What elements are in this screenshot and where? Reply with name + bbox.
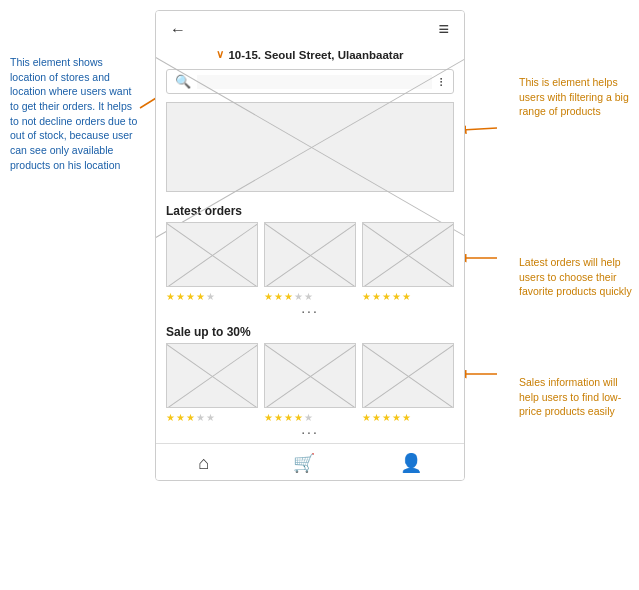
stars-2: ★ ★ ★ ★ ★ bbox=[264, 291, 356, 302]
stars-1: ★ ★ ★ ★ ★ bbox=[166, 291, 258, 302]
annotation-left: This element shows location of stores an… bbox=[10, 55, 140, 173]
annotation-right-bot-text: Sales information will help users to fin… bbox=[519, 376, 621, 417]
sale-dots: ··· bbox=[156, 425, 464, 439]
home-nav-icon[interactable]: ⌂ bbox=[198, 453, 209, 474]
product-card-2[interactable] bbox=[264, 222, 356, 287]
back-button[interactable]: ← bbox=[170, 21, 186, 39]
bottom-nav: ⌂ 🛒 👤 bbox=[156, 443, 464, 480]
location-bar[interactable]: ∨ 10-15. Seoul Street, Ulaanbaatar bbox=[156, 46, 464, 69]
hero-image bbox=[166, 102, 454, 192]
annotation-left-text: This element shows location of stores an… bbox=[10, 56, 137, 171]
latest-orders-stars: ★ ★ ★ ★ ★ ★ ★ ★ ★ ★ ★ ★ ★ ★ ★ bbox=[166, 291, 454, 302]
sale-row bbox=[166, 343, 454, 408]
stars-3: ★ ★ ★ ★ ★ bbox=[362, 291, 454, 302]
hero-image-placeholder bbox=[167, 103, 453, 191]
page-wrapper: This element shows location of stores an… bbox=[0, 0, 639, 590]
sale-stars-3: ★ ★ ★ ★ ★ bbox=[362, 412, 454, 423]
phone-header: ← ≡ bbox=[156, 11, 464, 46]
sale-stars-1: ★ ★ ★ ★ ★ bbox=[166, 412, 258, 423]
location-text: 10-15. Seoul Street, Ulaanbaatar bbox=[228, 49, 403, 61]
sale-card-2[interactable] bbox=[264, 343, 356, 408]
search-input[interactable] bbox=[197, 75, 432, 89]
sale-card-3[interactable] bbox=[362, 343, 454, 408]
product-card-3[interactable] bbox=[362, 222, 454, 287]
menu-button[interactable]: ≡ bbox=[438, 19, 450, 40]
latest-orders-row bbox=[166, 222, 454, 287]
cart-nav-icon[interactable]: 🛒 bbox=[293, 452, 315, 474]
filter-icon[interactable]: ⫶ bbox=[438, 74, 445, 89]
sale-stars: ★ ★ ★ ★ ★ ★ ★ ★ ★ ★ ★ ★ ★ ★ ★ bbox=[166, 412, 454, 423]
annotation-right-mid-text: Latest orders will help users to choose … bbox=[519, 256, 632, 297]
phone-mockup: ← ≡ ∨ 10-15. Seoul Street, Ulaanbaatar 🔍… bbox=[155, 10, 465, 481]
sale-stars-2: ★ ★ ★ ★ ★ bbox=[264, 412, 356, 423]
sale-card-1[interactable] bbox=[166, 343, 258, 408]
location-dropdown-icon: ∨ bbox=[216, 48, 224, 61]
sale-label: Sale up to 30% bbox=[156, 321, 464, 343]
profile-nav-icon[interactable]: 👤 bbox=[400, 452, 422, 474]
latest-orders-dots: ··· bbox=[156, 304, 464, 318]
annotation-right-mid: Latest orders will help users to choose … bbox=[519, 255, 634, 299]
annotation-right-top-text: This is element helps users with filteri… bbox=[519, 76, 629, 117]
svg-line-3 bbox=[462, 128, 497, 130]
annotation-right-top: This is element helps users with filteri… bbox=[519, 75, 634, 119]
annotation-right-bot: Sales information will help users to fin… bbox=[519, 375, 634, 419]
product-card-1[interactable] bbox=[166, 222, 258, 287]
